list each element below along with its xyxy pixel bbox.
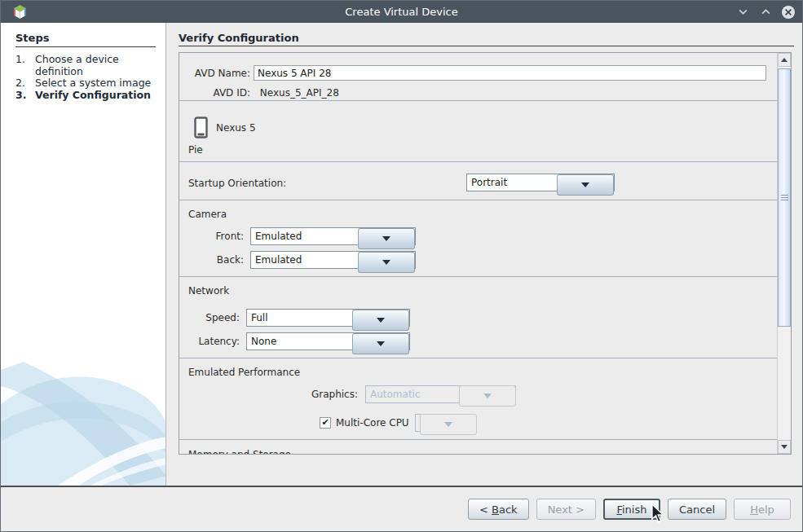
avd-id-row: AVD ID: Nexus_5_API_28 — [183, 86, 339, 99]
scroll-down-icon[interactable] — [778, 440, 791, 454]
help-button: Help — [734, 499, 791, 520]
wizard-steps-sidebar: Steps 1. Choose a device definition 2. S… — [1, 23, 166, 486]
camera-front-dropdown[interactable]: Emulated — [250, 227, 416, 245]
section-divider — [179, 200, 777, 200]
chevron-down-icon — [459, 385, 516, 407]
network-latency-row: Latency: None — [183, 332, 240, 350]
performance-section-heading: Emulated Performance — [188, 367, 300, 378]
multicore-cpu-count-dropdown: 4 — [415, 414, 457, 432]
camera-section-heading: Camera — [188, 209, 227, 220]
page-title: Verify Configuration — [179, 32, 299, 44]
device-name: Nexus 5 — [216, 122, 256, 134]
avd-id-value: Nexus_5_API_28 — [260, 87, 339, 99]
camera-back-label: Back: — [183, 251, 244, 269]
section-divider — [179, 161, 777, 162]
graphics-label: Graphics: — [183, 385, 358, 403]
section-divider — [179, 100, 777, 101]
configuration-form: AVD Name: AVD ID: Nexus_5_API_28 Nexus 5… — [179, 52, 792, 455]
minimize-icon[interactable] — [735, 5, 750, 20]
step-verify-configuration: 3. Verify Configuration — [15, 90, 156, 102]
steps-list: 1. Choose a device definition 2. Select … — [15, 54, 156, 101]
chevron-down-icon — [358, 252, 415, 273]
next-button: Next > — [536, 499, 596, 520]
vertical-scrollbar[interactable] — [777, 53, 791, 454]
title-bar[interactable]: Create Virtual Device — [1, 1, 802, 23]
network-section-heading: Network — [188, 285, 229, 297]
memory-storage-section-heading-clipped: Memory and Storage — [188, 449, 291, 455]
network-speed-row: Speed: Full — [183, 309, 240, 327]
scroll-up-icon[interactable] — [778, 53, 791, 67]
chevron-down-icon — [358, 228, 415, 249]
steps-heading: Steps — [15, 32, 49, 44]
section-divider — [179, 276, 777, 277]
camera-front-row: Front: Emulated — [183, 227, 244, 245]
section-divider — [179, 439, 777, 440]
scrollbar-thumb[interactable] — [778, 68, 791, 327]
wizard-button-bar: < Back Next > Finish Cancel Help — [1, 486, 802, 531]
camera-back-row: Back: Emulated — [183, 251, 244, 269]
close-icon[interactable] — [781, 5, 796, 20]
window-title: Create Virtual Device — [1, 6, 802, 18]
maximize-icon[interactable] — [758, 5, 773, 20]
mouse-cursor — [649, 503, 667, 523]
back-button[interactable]: < Back — [468, 499, 529, 520]
startup-orientation-row: Startup Orientation: Portrait — [188, 174, 286, 192]
avd-name-input[interactable] — [254, 65, 766, 81]
network-latency-label: Latency: — [183, 332, 240, 350]
scrollbar-grip — [781, 195, 788, 202]
startup-orientation-dropdown[interactable]: Portrait — [466, 174, 615, 191]
chevron-down-icon — [557, 174, 614, 196]
cancel-button[interactable]: Cancel — [668, 499, 726, 520]
avd-id-label: AVD ID: — [183, 86, 250, 99]
avd-manager-icon — [12, 4, 28, 20]
steps-divider — [15, 46, 156, 47]
chevron-down-icon — [352, 310, 409, 331]
multicore-cpu-checkbox[interactable]: ✔ — [320, 417, 331, 429]
avd-name-row: AVD Name: — [183, 65, 250, 81]
heading-divider — [179, 46, 794, 46]
multicore-cpu-row: ✔ Multi-Core CPU 4 — [320, 414, 457, 432]
network-latency-dropdown[interactable]: None — [246, 332, 410, 350]
verify-configuration-panel: Verify Configuration AVD Name: AVD ID: N… — [166, 23, 802, 486]
device-summary: Nexus 5 — [194, 117, 256, 138]
step-select-system-image: 2. Select a system image — [15, 77, 156, 90]
multicore-cpu-label: Multi-Core CPU — [336, 417, 409, 429]
network-speed-label: Speed: — [183, 309, 240, 327]
create-virtual-device-dialog: Create Virtual Device Steps — [0, 0, 803, 532]
camera-front-label: Front: — [183, 227, 244, 245]
chevron-down-icon — [420, 414, 477, 435]
graphics-dropdown: Automatic — [365, 385, 516, 403]
network-speed-dropdown[interactable]: Full — [246, 309, 410, 327]
avd-name-label: AVD Name: — [183, 65, 250, 81]
system-image-name: Pie — [188, 144, 203, 156]
phone-device-icon — [194, 117, 208, 138]
camera-back-dropdown[interactable]: Emulated — [250, 251, 416, 269]
graphics-row: Graphics: Automatic — [183, 385, 358, 403]
chevron-down-icon — [352, 333, 409, 354]
section-divider — [179, 358, 777, 358]
step-choose-device: 1. Choose a device definition — [15, 54, 156, 77]
startup-orientation-label: Startup Orientation: — [188, 178, 286, 189]
decorative-swoosh-graphic — [1, 347, 166, 486]
